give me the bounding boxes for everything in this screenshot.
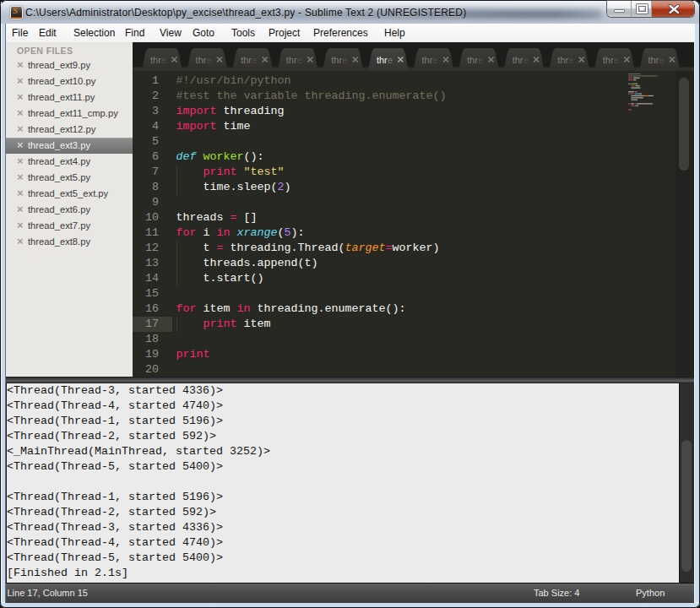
svg-text:thr: thr [648, 55, 659, 65]
svg-text:e: e [478, 55, 483, 65]
svg-text:thr: thr [377, 55, 388, 65]
svg-text:e: e [207, 55, 212, 65]
svg-text:thr: thr [467, 55, 478, 65]
svg-text:thr: thr [331, 55, 342, 65]
svg-text:e: e [297, 55, 302, 65]
svg-text:e: e [524, 55, 529, 65]
svg-text:e: e [614, 55, 619, 65]
svg-text:thr: thr [513, 55, 524, 65]
svg-text:e: e [161, 55, 166, 65]
svg-text:thr: thr [241, 55, 252, 65]
svg-text:thr: thr [150, 55, 161, 65]
svg-text:thr: thr [557, 55, 568, 65]
svg-text:thr: thr [603, 55, 614, 65]
svg-text:e: e [432, 55, 437, 65]
svg-text:thr: thr [196, 55, 207, 65]
svg-text:thr: thr [286, 55, 297, 65]
svg-text:e: e [568, 55, 573, 65]
svg-text:e: e [659, 55, 664, 65]
svg-text:thr: thr [421, 55, 432, 65]
svg-text:e: e [342, 55, 347, 65]
svg-text:e: e [388, 55, 393, 65]
svg-text:e: e [252, 55, 257, 65]
